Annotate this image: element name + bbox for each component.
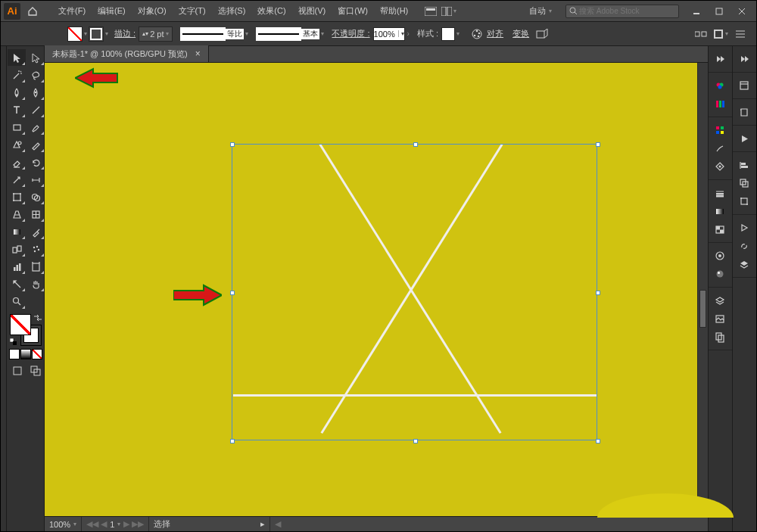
stroke-profile-uniform[interactable]: 等比 ▾ [180,27,248,41]
horizontal-scrollbar[interactable]: ◀ [270,517,708,531]
document-tab[interactable]: 未标题-1* @ 100% (RGB/GPU 预览) × [45,45,209,62]
arrange-docs-icon[interactable]: ▾ [440,2,458,20]
tool-perspective[interactable] [8,206,26,222]
tool-shaper[interactable] [8,136,26,153]
recolor-icon[interactable] [469,26,484,42]
tool-rotate[interactable] [26,154,45,170]
artboard-nav[interactable]: ◀◀ ◀ 1 ▾ ▶ ▶▶ [82,517,149,531]
tool-rectangle[interactable] [8,119,26,135]
search-box[interactable] [565,5,679,18]
panel-properties-icon[interactable] [737,77,753,94]
panel-gradient-icon[interactable] [712,203,729,219]
panel-align-icon[interactable] [737,157,753,173]
panel-symbols-icon[interactable] [712,158,729,175]
search-input[interactable] [578,6,677,16]
panel-actions-icon[interactable] [737,219,753,236]
dock-collapse-icon[interactable] [712,51,729,67]
selection-handle[interactable] [230,291,235,295]
minimize-button[interactable] [685,5,708,18]
opacity-label[interactable]: 不透明度 : [332,28,369,39]
tool-direct-selection[interactable] [26,49,45,66]
panel-transparency-icon[interactable] [712,221,729,238]
select-similar-icon[interactable] [693,26,709,42]
tab-close-icon[interactable]: × [195,48,201,59]
align-link[interactable]: 对齐 [487,28,503,39]
stroke-weight-dropdown[interactable]: ▴▾ 2 pt ▾ [139,26,173,42]
menu-effect[interactable]: 效果(C) [251,2,291,20]
fill-color-box[interactable] [10,314,31,335]
panel-pathfinder-icon[interactable] [737,175,753,191]
tool-eyedropper[interactable] [26,223,45,240]
menu-file[interactable]: 文件(F) [52,2,92,20]
tool-symbol-sprayer[interactable] [26,241,45,257]
panel-layers2-icon[interactable] [737,256,753,272]
tool-gradient[interactable] [8,223,26,240]
tool-scale[interactable] [8,171,26,188]
panel-color-guide-icon[interactable] [712,95,729,112]
default-fill-stroke-icon[interactable] [10,338,17,346]
maximize-button[interactable] [708,5,731,18]
home-icon[interactable] [23,2,42,20]
tool-lasso[interactable] [26,67,45,83]
panel-play-icon[interactable] [737,130,753,147]
tool-shape-builder[interactable] [26,188,45,205]
tool-magic-wand[interactable] [8,67,26,83]
fill-swatch-none[interactable] [67,26,83,42]
panel-links-icon[interactable] [737,238,753,254]
tool-curvature[interactable] [26,84,45,101]
draw-normal-icon[interactable] [9,362,26,379]
tool-column-graph[interactable] [8,258,26,275]
panel-asset-icon[interactable] [712,310,729,327]
panel-menu-icon[interactable] [733,26,748,42]
panel-stroke-icon[interactable] [712,185,729,201]
panel-graphic-styles-icon[interactable] [712,266,729,282]
edit-contents-icon[interactable]: ▾ [713,26,728,42]
tool-line[interactable] [26,101,45,118]
tool-status[interactable]: 选择 ▸ [149,517,270,531]
workspace-switcher[interactable]: 自动▾ [525,4,559,18]
color-mode-swatch[interactable] [9,349,20,359]
draw-behind-icon[interactable] [27,362,45,379]
isolate-icon[interactable] [534,26,550,42]
fill-stroke-swatches[interactable]: ▾ ▾ [67,26,110,42]
graphic-style-swatch[interactable] [441,27,455,41]
vertical-scrollbar[interactable] [697,63,708,516]
gradient-mode-swatch[interactable] [20,349,31,359]
tool-eraser[interactable] [8,154,26,170]
tool-pen[interactable] [8,84,26,101]
transform-link[interactable]: 变换 [512,28,529,39]
panel-swatches-icon[interactable] [712,122,729,138]
panel-appearance-icon[interactable] [712,247,729,264]
selection-handle[interactable] [413,439,418,443]
brush-definition[interactable]: 基本 ▾ [256,27,324,41]
tool-free-transform[interactable] [8,188,26,205]
tool-slice[interactable] [8,275,26,292]
tool-blend[interactable] [8,241,26,257]
canvas[interactable] [45,63,708,516]
selection-handle[interactable] [230,439,235,443]
menu-window[interactable]: 窗口(W) [332,2,374,20]
selection-bounding-box[interactable] [232,144,597,440]
menu-type[interactable]: 文字(T) [173,2,212,20]
selection-handle[interactable] [596,142,600,147]
stroke-swatch[interactable] [89,26,104,42]
fill-stroke-indicator[interactable] [10,314,42,346]
tool-mesh[interactable] [26,206,45,222]
menu-view[interactable]: 视图(V) [292,2,332,20]
selection-handle[interactable] [596,291,600,295]
close-button[interactable] [731,5,753,18]
tool-brush[interactable] [26,119,45,135]
panel-layers-icon[interactable] [712,292,729,309]
panel-libraries-icon[interactable] [737,104,753,120]
vertical-scrollbar-thumb[interactable] [699,290,706,328]
zoom-level[interactable]: 100%▾ [45,517,82,531]
panel-transform-icon[interactable] [737,193,753,210]
stroke-label[interactable]: 描边 : [114,28,136,39]
selection-handle[interactable] [413,142,418,147]
selection-handle[interactable] [230,142,235,147]
swap-fill-stroke-icon[interactable] [34,314,42,322]
bridge-icon[interactable] [422,2,440,20]
tool-type[interactable] [8,101,26,118]
dock-collapse-icon[interactable] [737,51,753,67]
menu-help[interactable]: 帮助(H) [374,2,414,20]
